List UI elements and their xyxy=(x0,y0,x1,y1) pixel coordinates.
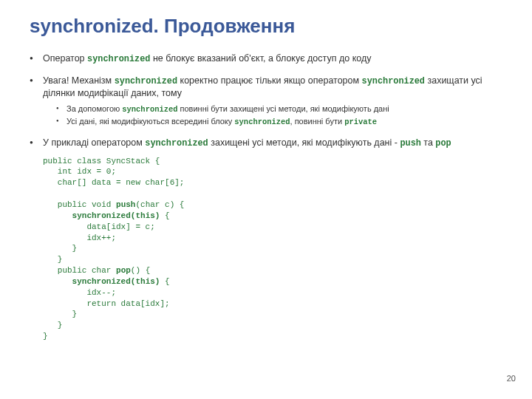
code-line: char[] data = new char[6]; xyxy=(43,178,184,187)
keyword-push: push xyxy=(400,138,420,149)
code-line: idx++; xyxy=(43,233,116,242)
code-line: public char xyxy=(43,266,116,275)
code-bold: synchronized(this) xyxy=(72,277,160,286)
slide: synchronized. Продовження Оператор synch… xyxy=(0,0,532,358)
keyword-private: private xyxy=(344,117,377,126)
keyword-synchronized: synchronized xyxy=(115,76,177,86)
text: коректно працює тільки якщо оператором xyxy=(177,75,362,86)
keyword-synchronized: synchronized xyxy=(362,76,425,86)
text: не блокує вказаний об'єкт, а блокує дост… xyxy=(150,53,371,64)
code-line xyxy=(43,277,72,286)
text: Оператор xyxy=(43,53,87,64)
code-line: (char c) { xyxy=(135,200,184,209)
keyword-synchronized: synchronized xyxy=(145,138,208,149)
code-line: data[idx] = c; xyxy=(43,222,155,231)
code-line xyxy=(43,211,72,220)
code-line: } xyxy=(43,255,62,264)
code-line: return data[idx]; xyxy=(43,299,170,308)
page-number: 20 xyxy=(507,374,516,383)
code-line: public class SyncStack { xyxy=(43,157,160,166)
text: та xyxy=(421,137,435,148)
keyword-synchronized: synchronized xyxy=(87,54,150,64)
text: Увага! Механізм xyxy=(43,75,115,86)
code-line: idx--; xyxy=(43,288,116,297)
keyword-pop: pop xyxy=(435,138,451,149)
code-line: } xyxy=(43,321,62,330)
code-bold: push xyxy=(116,200,135,209)
code-line: } xyxy=(43,244,77,253)
bullet-2-sub-2: Усі дані, які модифікуються всередині бл… xyxy=(56,116,510,128)
keyword-synchronized: synchronized xyxy=(234,117,290,126)
text: повинні бути захищені усі методи, які мо… xyxy=(177,104,389,113)
slide-title: synchronized. Продовження xyxy=(30,15,510,38)
text: захищені усі методи, які модифікують дан… xyxy=(208,137,400,148)
code-bold: pop xyxy=(116,266,131,275)
bullet-list: Оператор synchronized не блокує вказаний… xyxy=(30,52,510,342)
code-line: } xyxy=(43,310,77,318)
code-line: } xyxy=(43,332,48,341)
code-line: public void xyxy=(43,200,116,209)
text: , повинні бути xyxy=(290,117,345,126)
bullet-2: Увага! Механізм synchronized коректно пр… xyxy=(30,75,510,128)
text: За допомогою xyxy=(66,104,122,113)
code-line: () { xyxy=(131,266,150,275)
code-bold: synchronized(this) xyxy=(72,211,160,220)
code-block: public class SyncStack { int idx = 0; ch… xyxy=(43,156,510,342)
keyword-synchronized: synchronized xyxy=(122,105,177,114)
text: Усі дані, які модифікуються всередині бл… xyxy=(66,117,234,126)
code-line: { xyxy=(160,277,169,286)
bullet-1: Оператор synchronized не блокує вказаний… xyxy=(30,52,510,66)
code-line: { xyxy=(160,211,169,220)
bullet-3: У прикладі оператором synchronized захищ… xyxy=(30,137,510,342)
code-line: int idx = 0; xyxy=(43,167,116,176)
sub-list: За допомогою synchronized повинні бути з… xyxy=(56,103,510,128)
text: У прикладі оператором xyxy=(43,137,145,148)
bullet-2-sub-1: За допомогою synchronized повинні бути з… xyxy=(56,103,510,115)
